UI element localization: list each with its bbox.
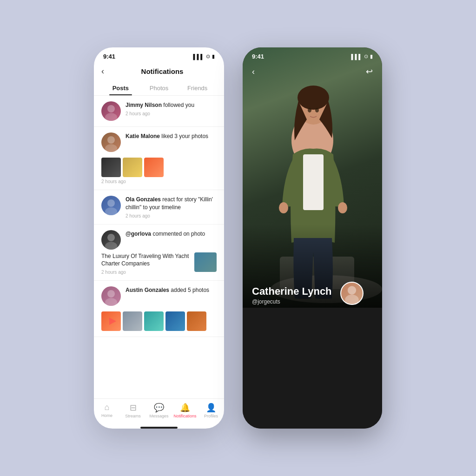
nav-profiles-label: Profiles [204, 414, 218, 418]
photo-thumbnails [101, 311, 217, 331]
notification-user: @gorlova [126, 231, 151, 237]
share-button[interactable]: ↩ [366, 66, 373, 77]
notification-text: @gorlova commented on photo [126, 230, 217, 238]
svg-marker-10 [109, 317, 116, 325]
photo-thumb [144, 158, 164, 177]
notification-item[interactable]: @gorlova commented on photo The Luxury O… [94, 225, 224, 281]
notifications-list: Jimmy Nilson followed you 2 hours ago Ka… [94, 96, 224, 398]
notification-content: Katie Malone liked 3 your photos [126, 132, 217, 141]
notification-time: 2 hours ago [101, 179, 217, 184]
tab-friends[interactable]: Friends [178, 81, 217, 95]
avatar [101, 286, 121, 306]
bottom-nav: ⌂ Home ⊟ Streams 💬 Messages 🔔 Notificati… [94, 398, 224, 424]
svg-point-6 [107, 234, 115, 241]
right-phone: 9:41 ▌▌▌ ⊙ ▮ ‹ ↩ Catherine Lynch @jorgec… [243, 47, 382, 429]
nav-profiles[interactable]: 👤 Profiles [198, 403, 224, 418]
status-bar-right: 9:41 ▌▌▌ ⊙ ▮ [243, 47, 382, 63]
profile-avatar-small [340, 282, 364, 305]
notification-user: Katie Malone [126, 133, 160, 139]
svg-point-0 [107, 105, 115, 112]
svg-point-22 [348, 286, 356, 294]
svg-point-4 [107, 199, 115, 207]
status-time-left: 9:41 [103, 53, 115, 60]
svg-point-16 [298, 86, 329, 110]
notification-top-row: Katie Malone liked 3 your photos [101, 132, 217, 152]
svg-point-18 [279, 202, 288, 213]
nav-home[interactable]: ⌂ Home [94, 403, 120, 418]
notification-text: Katie Malone liked 3 your photos [126, 132, 217, 140]
svg-point-7 [105, 242, 117, 250]
comment-photo [194, 252, 217, 272]
svg-point-23 [345, 295, 358, 304]
nav-notifications-label: Notifications [173, 414, 196, 418]
notification-text: Jimmy Nilson followed you [126, 101, 217, 109]
comment-caption: The Luxury Of Traveling With Yacht Chart… [101, 252, 191, 268]
messages-icon: 💬 [154, 403, 164, 413]
page-title: Notifications [108, 67, 217, 75]
svg-point-2 [107, 136, 115, 144]
svg-point-8 [107, 290, 115, 298]
notification-time: 2 hours ago [101, 270, 191, 275]
avatar [101, 196, 121, 215]
svg-point-21 [315, 108, 319, 112]
svg-point-3 [105, 144, 117, 152]
nav-messages-label: Messages [149, 414, 168, 418]
svg-rect-17 [303, 154, 324, 210]
notification-item[interactable]: Jimmy Nilson followed you 2 hours ago [94, 96, 224, 127]
svg-point-19 [338, 202, 347, 213]
notification-item[interactable]: Austin Gonzales added 5 photos [94, 281, 224, 337]
battery-icon: ▮ [370, 53, 373, 60]
back-button[interactable]: ‹ [101, 66, 104, 76]
notification-text: Austin Gonzales added 5 photos [126, 286, 217, 294]
notification-content: Ola Gonzales react for story "Killin' ch… [126, 196, 217, 218]
nav-streams[interactable]: ⊟ Streams [120, 403, 146, 418]
avatar [101, 101, 121, 121]
avatar [101, 132, 121, 152]
status-time-right: 9:41 [252, 53, 264, 60]
comment-with-image: The Luxury Of Traveling With Yacht Chart… [101, 252, 217, 275]
home-indicator [140, 427, 178, 429]
notification-user: Jimmy Nilson [126, 102, 162, 108]
photo-thumb [144, 311, 164, 331]
notification-time: 2 hours ago [126, 213, 217, 218]
profile-bottom-section [243, 308, 382, 429]
nav-messages[interactable]: 💬 Messages [146, 403, 172, 418]
profile-background [243, 47, 382, 317]
wifi-icon: ⊙ [206, 53, 210, 60]
notification-user: Austin Gonzales [126, 287, 169, 293]
status-bar-left: 9:41 ▌▌▌ ⊙ ▮ [94, 47, 224, 63]
notification-item[interactable]: Ola Gonzales react for story "Killin' ch… [94, 190, 224, 225]
notification-text: Ola Gonzales react for story "Killin' ch… [126, 196, 217, 212]
profile-info: Catherine Lynch @jorgecuts [243, 285, 382, 305]
status-icons-right: ▌▌▌ ⊙ ▮ [351, 53, 373, 60]
nav-home-label: Home [101, 413, 112, 418]
tab-photos[interactable]: Photos [140, 81, 178, 95]
notification-user: Ola Gonzales [126, 196, 161, 203]
svg-point-1 [105, 113, 117, 121]
nav-notifications[interactable]: 🔔 Notifications [172, 403, 198, 418]
notification-content: Jimmy Nilson followed you 2 hours ago [126, 101, 217, 116]
streams-icon: ⊟ [130, 403, 137, 413]
notification-time: 2 hours ago [126, 111, 217, 116]
wifi-icon: ⊙ [364, 53, 368, 60]
page-header: ‹ Notifications [94, 63, 224, 81]
svg-point-20 [308, 108, 311, 112]
tab-posts[interactable]: Posts [101, 81, 140, 95]
notification-content: Austin Gonzales added 5 photos [126, 286, 217, 295]
photo-thumb [123, 311, 142, 331]
photo-thumb [101, 158, 121, 177]
left-phone: 9:41 ▌▌▌ ⊙ ▮ ‹ Notifications Posts Photo… [94, 47, 224, 429]
notification-item[interactable]: Katie Malone liked 3 your photos 2 hours… [94, 127, 224, 190]
photo-thumb [123, 158, 142, 177]
photo-thumbnails [101, 158, 217, 177]
notifications-icon: 🔔 [180, 403, 190, 413]
avatar [101, 230, 121, 250]
photo-thumb [165, 311, 185, 331]
svg-point-9 [105, 298, 117, 306]
home-icon: ⌂ [105, 403, 110, 412]
notification-top-row: Austin Gonzales added 5 photos [101, 286, 217, 306]
notification-content: @gorlova commented on photo [126, 230, 217, 239]
back-button-right[interactable]: ‹ [252, 67, 255, 77]
notification-top-row: @gorlova commented on photo [101, 230, 217, 250]
photo-thumb [101, 311, 121, 331]
